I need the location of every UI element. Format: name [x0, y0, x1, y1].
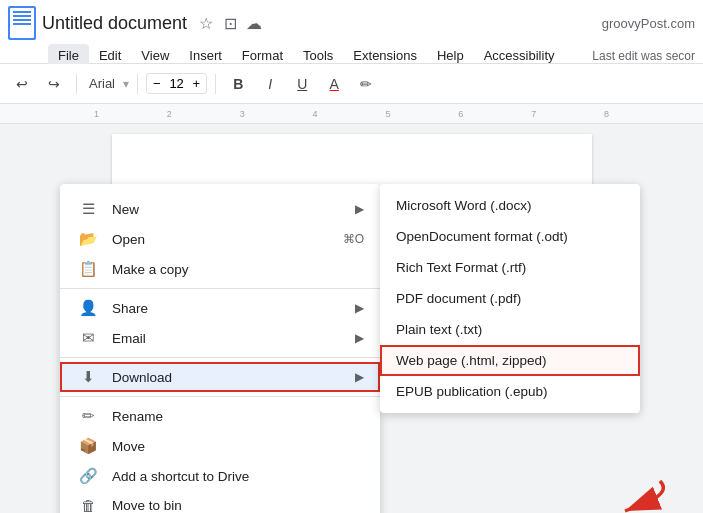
- menu-section-2: 👤 Share ▶ ✉ Email ▶: [60, 289, 380, 358]
- ruler: 1 2 3 4 5 6 7 8: [0, 104, 703, 124]
- font-size-decrease[interactable]: −: [151, 76, 163, 91]
- new-arrow: ▶: [355, 202, 364, 216]
- cloud-icon[interactable]: ☁: [245, 14, 263, 32]
- ruler-4: 4: [279, 109, 352, 119]
- brand-label: groovyPost.com: [602, 16, 695, 31]
- ruler-6: 6: [424, 109, 497, 119]
- ruler-3: 3: [206, 109, 279, 119]
- move-folder-icon: 📦: [76, 437, 100, 455]
- font-label: Arial: [85, 76, 119, 91]
- download-arrow: ▶: [355, 370, 364, 384]
- rtf-label: Rich Text Format (.rtf): [396, 260, 526, 275]
- download-docx[interactable]: Microsoft Word (.docx): [380, 190, 640, 221]
- menu-rename[interactable]: ✏ Rename: [60, 401, 380, 431]
- title-row: Untitled document ☆ ⊡ ☁ groovyPost.com: [8, 6, 695, 40]
- highlight-btn[interactable]: ✏: [352, 70, 380, 98]
- ruler-1: 1: [60, 109, 133, 119]
- odt-label: OpenDocument format (.odt): [396, 229, 568, 244]
- share-arrow: ▶: [355, 301, 364, 315]
- menu-email[interactable]: ✉ Email ▶: [60, 323, 380, 353]
- download-odt[interactable]: OpenDocument format (.odt): [380, 221, 640, 252]
- ruler-7: 7: [497, 109, 570, 119]
- download-icon: ⬇: [76, 368, 100, 386]
- html-label: Web page (.html, zipped): [396, 353, 547, 368]
- ruler-5: 5: [352, 109, 425, 119]
- bin-icon: 🗑: [76, 497, 100, 513]
- shortcut-icon: 🔗: [76, 467, 100, 485]
- menu-move-to-bin[interactable]: 🗑 Move to bin: [60, 491, 380, 513]
- undo-btn[interactable]: ↩: [8, 70, 36, 98]
- menu-shortcut[interactable]: 🔗 Add a shortcut to Drive: [60, 461, 380, 491]
- italic-btn[interactable]: I: [256, 70, 284, 98]
- font-dropdown-icon[interactable]: ▾: [123, 77, 129, 91]
- move-icon[interactable]: ⊡: [221, 14, 239, 32]
- ruler-8: 8: [570, 109, 643, 119]
- ruler-2: 2: [133, 109, 206, 119]
- txt-label: Plain text (.txt): [396, 322, 482, 337]
- font-size-control: − 12 +: [146, 73, 207, 94]
- open-icon: 📂: [76, 230, 100, 248]
- download-submenu: Microsoft Word (.docx) OpenDocument form…: [380, 184, 640, 413]
- underline-btn[interactable]: U: [288, 70, 316, 98]
- last-edit-label: Last edit was secor: [592, 49, 695, 63]
- bold-btn[interactable]: B: [224, 70, 252, 98]
- font-color-btn[interactable]: A: [320, 70, 348, 98]
- menu-move[interactable]: 📦 Move: [60, 431, 380, 461]
- menu-new[interactable]: ☰ New ▶: [60, 194, 380, 224]
- font-size-value[interactable]: 12: [167, 76, 187, 91]
- doc-area: 1 2 3 4 5 6 ☰ New ▶ 📂 Open ⌘O: [0, 124, 703, 513]
- toolbar-sep-2: [137, 74, 138, 94]
- download-html[interactable]: Web page (.html, zipped): [380, 345, 640, 376]
- star-icon[interactable]: ☆: [197, 14, 215, 32]
- menu-section-1: ☰ New ▶ 📂 Open ⌘O 📋 Make a copy: [60, 190, 380, 289]
- menu-share[interactable]: 👤 Share ▶: [60, 293, 380, 323]
- toolbar: ↩ ↪ Arial ▾ − 12 + B I U A ✏: [0, 64, 703, 104]
- download-txt[interactable]: Plain text (.txt): [380, 314, 640, 345]
- redo-btn[interactable]: ↪: [40, 70, 68, 98]
- menu-download[interactable]: ⬇ Download ▶: [60, 362, 380, 392]
- epub-label: EPUB publication (.epub): [396, 384, 548, 399]
- red-arrow-indicator: [590, 476, 660, 513]
- share-icon: 👤: [76, 299, 100, 317]
- download-pdf[interactable]: PDF document (.pdf): [380, 283, 640, 314]
- download-epub[interactable]: EPUB publication (.epub): [380, 376, 640, 407]
- toolbar-sep-1: [76, 74, 77, 94]
- download-rtf[interactable]: Rich Text Format (.rtf): [380, 252, 640, 283]
- menu-open[interactable]: 📂 Open ⌘O: [60, 224, 380, 254]
- toolbar-sep-3: [215, 74, 216, 94]
- docx-label: Microsoft Word (.docx): [396, 198, 532, 213]
- copy-icon: 📋: [76, 260, 100, 278]
- file-menu: ☰ New ▶ 📂 Open ⌘O 📋 Make a copy 👤: [60, 184, 380, 513]
- menu-section-4: ✏ Rename 📦 Move 🔗 Add a shortcut to Driv…: [60, 397, 380, 513]
- title-icons: ☆ ⊡ ☁: [197, 14, 263, 32]
- email-icon: ✉: [76, 329, 100, 347]
- email-arrow: ▶: [355, 331, 364, 345]
- app-container: Untitled document ☆ ⊡ ☁ groovyPost.com F…: [0, 0, 703, 513]
- new-icon: ☰: [76, 200, 100, 218]
- pdf-label: PDF document (.pdf): [396, 291, 521, 306]
- menu-make-copy[interactable]: 📋 Make a copy: [60, 254, 380, 284]
- top-bar: Untitled document ☆ ⊡ ☁ groovyPost.com F…: [0, 0, 703, 64]
- doc-title: Untitled document: [42, 13, 187, 34]
- font-size-increase[interactable]: +: [191, 76, 203, 91]
- doc-icon: [8, 6, 36, 40]
- rename-icon: ✏: [76, 407, 100, 425]
- ruler-marks: 1 2 3 4 5 6 7 8: [60, 109, 643, 119]
- menu-section-3: ⬇ Download ▶: [60, 358, 380, 397]
